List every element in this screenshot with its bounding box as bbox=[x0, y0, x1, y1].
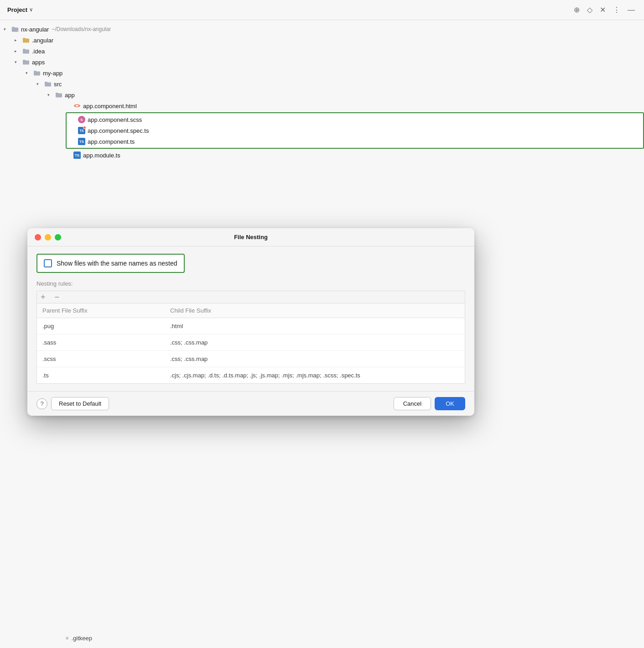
module-ts-icon: TS bbox=[73, 151, 81, 159]
up-down-icon[interactable]: ◇ bbox=[585, 5, 594, 15]
modal-titlebar: File Nesting bbox=[27, 228, 474, 246]
window-close-button[interactable] bbox=[35, 234, 41, 240]
remove-rule-button[interactable]: − bbox=[51, 293, 63, 301]
app-folder-label: app bbox=[65, 92, 75, 99]
panel-title[interactable]: Project ∨ bbox=[7, 6, 33, 13]
scss-file-label: app.component.scss bbox=[88, 116, 142, 123]
reset-to-default-button[interactable]: Reset to Default bbox=[51, 397, 109, 410]
cancel-button[interactable]: Cancel bbox=[394, 397, 431, 410]
show-nested-label: Show files with the same names as nested bbox=[57, 260, 177, 267]
rules-table-wrapper: Parent File Suffix Child File Suffix .pu… bbox=[36, 303, 465, 384]
help-button[interactable]: ? bbox=[36, 398, 47, 409]
chevron-right-icon: ▸ bbox=[15, 49, 22, 53]
tree-item-root[interactable]: ▾ nx-angular ~/Downloads/nx-angular bbox=[0, 24, 644, 35]
table-row[interactable]: .scss .css; .css.map bbox=[37, 351, 465, 367]
modal-footer: ? Reset to Default Cancel OK bbox=[27, 391, 474, 416]
nesting-rules-label: Nesting rules: bbox=[36, 280, 465, 287]
src-label: src bbox=[54, 81, 62, 88]
tree-item-module[interactable]: ▸ TS app.module.ts bbox=[0, 150, 644, 161]
chevron-down-icon: ▾ bbox=[15, 60, 22, 64]
folder-myapp-icon bbox=[33, 69, 41, 77]
add-rule-button[interactable]: + bbox=[37, 293, 49, 301]
spacer: ▸ bbox=[66, 104, 73, 108]
parent-suffix: .pug bbox=[37, 318, 165, 334]
rules-table: Parent File Suffix Child File Suffix .pu… bbox=[37, 303, 465, 383]
help-icon: ? bbox=[40, 400, 43, 407]
html-file-icon: <> bbox=[73, 102, 81, 110]
file-tree: ▾ nx-angular ~/Downloads/nx-angular ▸ .a… bbox=[0, 20, 644, 164]
module-label: app.module.ts bbox=[83, 152, 120, 159]
panel-chevron-icon: ∨ bbox=[29, 7, 33, 13]
close-panel-icon[interactable]: ✕ bbox=[598, 5, 608, 15]
tree-item-idea[interactable]: ▸ .idea bbox=[0, 46, 644, 57]
col-header-child: Child File Suffix bbox=[165, 303, 465, 318]
spacer: ▸ bbox=[66, 153, 73, 157]
tree-item-scss[interactable]: ▸ S app.component.scss bbox=[67, 114, 643, 125]
parent-suffix: .ts bbox=[37, 367, 165, 384]
window-minimize-button[interactable] bbox=[45, 234, 51, 240]
ts-file-label: app.component.ts bbox=[88, 138, 135, 145]
tree-item-angular[interactable]: ▸ .angular bbox=[0, 35, 644, 46]
spacer: ▸ bbox=[70, 117, 78, 122]
file-nesting-dialog: File Nesting Show files with the same na… bbox=[27, 228, 474, 416]
idea-label: .idea bbox=[32, 48, 45, 55]
parent-suffix: .sass bbox=[37, 334, 165, 351]
ts-file-icon: TS bbox=[78, 137, 86, 146]
tree-item-gitkeep[interactable]: ≡ .gitkeep bbox=[0, 632, 644, 643]
scss-file-icon: S bbox=[78, 115, 86, 124]
tree-item-spec-ts[interactable]: ▸ TS app.component.spec.ts bbox=[67, 125, 643, 136]
tree-item-ts[interactable]: ▸ TS app.component.ts bbox=[67, 136, 643, 147]
angular-label: .angular bbox=[32, 37, 53, 44]
target-icon[interactable]: ⊕ bbox=[572, 5, 582, 15]
root-path: ~/Downloads/nx-angular bbox=[52, 26, 111, 32]
tree-item-myapp[interactable]: ▾ my-app bbox=[0, 68, 644, 78]
more-options-icon[interactable]: ⋮ bbox=[611, 5, 622, 15]
show-nested-checkbox[interactable] bbox=[44, 259, 52, 267]
table-row[interactable]: .pug .html bbox=[37, 318, 465, 334]
chevron-right-icon: ▸ bbox=[15, 38, 22, 42]
col-header-parent: Parent File Suffix bbox=[37, 303, 165, 318]
spec-ts-file-icon: TS bbox=[78, 126, 86, 135]
ide-panel: Project ∨ ⊕ ◇ ✕ ⋮ — ▾ nx-angular ~/Downl… bbox=[0, 0, 644, 648]
folder-src-icon bbox=[44, 80, 52, 88]
chevron-down-icon: ▾ bbox=[47, 93, 55, 97]
nested-files-group: ▸ S app.component.scss ▸ TS app.componen… bbox=[66, 112, 644, 149]
minimize-icon[interactable]: — bbox=[626, 5, 637, 15]
window-maximize-button[interactable] bbox=[55, 234, 61, 240]
child-suffix: .html bbox=[165, 318, 465, 334]
html-file-label: app.component.html bbox=[83, 103, 137, 110]
window-controls bbox=[35, 234, 61, 240]
child-suffix: .css; .css.map bbox=[165, 334, 465, 351]
spec-ts-file-label: app.component.spec.ts bbox=[88, 127, 149, 134]
chevron-down-icon: ▾ bbox=[26, 71, 33, 75]
spacer: ▸ bbox=[70, 128, 78, 133]
tree-item-html[interactable]: ▸ <> app.component.html bbox=[0, 100, 644, 111]
spacer: ▸ bbox=[70, 139, 78, 144]
rules-toolbar: + − bbox=[36, 291, 465, 303]
tree-item-apps[interactable]: ▾ apps bbox=[0, 57, 644, 68]
modal-body: Show files with the same names as nested… bbox=[27, 246, 474, 391]
panel-title-text: Project bbox=[7, 6, 27, 13]
child-suffix: .cjs; .cjs.map; .d.ts; .d.ts.map; .js; .… bbox=[165, 367, 465, 384]
gitkeep-label: .gitkeep bbox=[71, 635, 92, 642]
folder-orange-icon bbox=[22, 36, 30, 44]
folder-app-icon bbox=[55, 91, 63, 99]
root-label: nx-angular bbox=[21, 26, 49, 33]
chevron-down-icon: ▾ bbox=[36, 82, 44, 86]
footer-left: ? Reset to Default bbox=[36, 397, 109, 410]
parent-suffix: .scss bbox=[37, 351, 165, 367]
table-row[interactable]: .sass .css; .css.map bbox=[37, 334, 465, 351]
apps-label: apps bbox=[32, 59, 45, 66]
child-suffix: .css; .css.map bbox=[165, 351, 465, 367]
folder-icon bbox=[11, 25, 19, 33]
chevron-down-icon: ▾ bbox=[4, 27, 11, 31]
tree-bottom-area: ≡ .gitkeep bbox=[0, 632, 644, 643]
folder-apps-icon bbox=[22, 58, 30, 66]
folder-plain-icon bbox=[22, 47, 30, 55]
panel-header: Project ∨ ⊕ ◇ ✕ ⋮ — bbox=[0, 0, 644, 20]
tree-item-src[interactable]: ▾ src bbox=[0, 78, 644, 89]
tree-item-app-folder[interactable]: ▾ app bbox=[0, 89, 644, 100]
show-nested-checkbox-row[interactable]: Show files with the same names as nested bbox=[36, 254, 185, 273]
table-row[interactable]: .ts .cjs; .cjs.map; .d.ts; .d.ts.map; .j… bbox=[37, 367, 465, 384]
ok-button[interactable]: OK bbox=[435, 397, 465, 410]
